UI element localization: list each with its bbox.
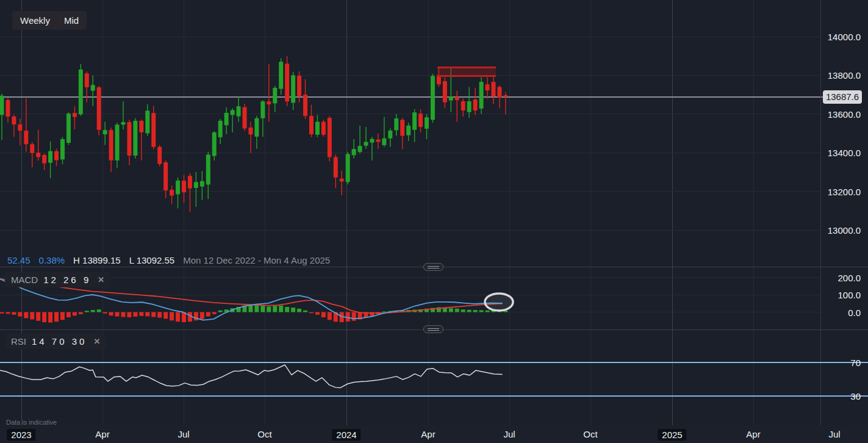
time-axis-month-label: Oct <box>257 429 271 439</box>
candle-body <box>254 118 259 137</box>
candle-body <box>303 95 307 116</box>
macd-histogram-bar <box>97 309 101 312</box>
macd-title: MACD <box>11 275 38 285</box>
change-percent: 0.38% <box>39 255 65 265</box>
candle-body <box>321 121 326 134</box>
time-axis-year-label: 2025 <box>658 429 686 441</box>
timeframe-weekly-button[interactable]: Weekly <box>12 11 58 30</box>
candle-body <box>334 157 338 177</box>
candle-body <box>370 139 374 143</box>
rsi-title: RSI <box>11 336 26 347</box>
chart-window: Weekly Mid 52.45 0.38% H 13899.15 L 1309… <box>0 0 868 443</box>
candle-body <box>0 96 4 115</box>
candle-body <box>91 85 95 91</box>
macd-histogram-bar <box>42 312 46 323</box>
candle-body <box>328 118 332 157</box>
candle-body <box>340 179 344 182</box>
time-axis-month-label: Apr <box>421 429 435 439</box>
macd-histogram-bar <box>315 312 320 315</box>
candle-body <box>273 88 277 103</box>
candle-body <box>486 84 490 90</box>
candle-body <box>54 151 59 160</box>
resistance-zone[interactable] <box>437 67 496 76</box>
rsi-close-icon[interactable]: ✕ <box>92 337 100 346</box>
rsi-indicator-badge[interactable]: RSI 14 70 30 ✕ <box>5 334 106 349</box>
candle-body <box>5 100 10 117</box>
candle-body <box>260 101 265 118</box>
candle-body <box>248 128 253 134</box>
candle-body <box>431 76 435 120</box>
candle-body <box>400 120 404 135</box>
rsi-axis-label: 70 <box>850 358 861 368</box>
time-axis-month-label: Jul <box>828 429 840 439</box>
candle-body <box>443 81 447 103</box>
candle-body <box>394 118 398 130</box>
macd-histogram-bar <box>85 311 89 312</box>
macd-histogram-bar <box>115 312 120 317</box>
macd-axis-label: 200.0 <box>838 272 861 283</box>
candle-body <box>267 101 271 104</box>
candle-body <box>151 113 156 146</box>
candle-body <box>231 110 235 115</box>
candle-body <box>30 144 34 153</box>
pane-resize-handle-rsi[interactable] <box>423 325 443 333</box>
candle-body <box>352 149 356 155</box>
macd-histogram-bar <box>461 309 465 312</box>
candle-body <box>115 124 120 160</box>
price-axis-label: 14000.0 <box>828 32 861 42</box>
current-price-badge: 13687.6 <box>823 90 862 104</box>
macd-histogram-bar <box>194 312 198 321</box>
macd-histogram-bar <box>273 306 277 312</box>
candle-body <box>103 130 107 134</box>
macd-histogram-bar <box>309 312 314 314</box>
macd-histogram-bar <box>479 310 484 312</box>
candle-body <box>24 131 28 144</box>
macd-histogram-bar <box>200 312 204 319</box>
highlight-ellipse-annotation[interactable] <box>485 294 513 311</box>
macd-histogram-bar <box>467 310 472 312</box>
candle-body <box>170 190 174 196</box>
candle-body <box>382 139 386 145</box>
candle-body <box>503 95 508 97</box>
macd-histogram-bar <box>5 312 10 314</box>
price-axis-label: 13600.0 <box>828 109 861 119</box>
candle-body <box>157 147 162 164</box>
macd-axis-label: 100.0 <box>838 290 861 300</box>
macd-indicator-badge[interactable]: MACD 12 26 9 ✕ <box>5 272 110 287</box>
macd-histogram-bar <box>139 312 143 316</box>
candle-body <box>455 97 459 100</box>
price-axis-label: 13400.0 <box>828 148 861 158</box>
time-axis[interactable]: 2023AprJulOct2024AprJulOct2025AprJul <box>0 425 868 443</box>
macd-histogram-bar <box>254 305 259 312</box>
candle-body <box>425 117 429 129</box>
candle-body <box>224 113 229 125</box>
candle-body <box>218 121 223 137</box>
candle-body <box>309 116 314 134</box>
pane-resize-handle-macd[interactable] <box>423 263 443 271</box>
macd-histogram-bar <box>212 312 217 314</box>
candle-body <box>48 151 52 163</box>
candle-body <box>412 112 417 130</box>
time-axis-year-label: 2023 <box>7 429 35 441</box>
price-axis-label: 13200.0 <box>828 186 861 196</box>
candle-body <box>212 132 217 156</box>
chart-canvas[interactable] <box>0 0 868 443</box>
candle-body <box>491 82 495 96</box>
candle-body <box>479 82 484 109</box>
macd-histogram-bar <box>279 306 283 312</box>
candle-body <box>346 154 350 182</box>
candle-body <box>406 126 411 135</box>
macd-histogram-bar <box>73 312 77 316</box>
macd-histogram-bar <box>109 312 113 316</box>
price-source-mid-button[interactable]: Mid <box>56 11 87 30</box>
macd-histogram-bar <box>321 312 326 318</box>
candle-body <box>42 155 46 164</box>
candle-body <box>285 63 289 101</box>
macd-close-icon[interactable]: ✕ <box>96 275 104 284</box>
candle-body <box>133 121 137 156</box>
candle-body <box>12 117 16 124</box>
macd-histogram-bar <box>260 306 265 312</box>
candle-body <box>237 106 241 116</box>
candle-body <box>358 146 362 152</box>
period-high: H 13899.15 <box>73 255 121 265</box>
